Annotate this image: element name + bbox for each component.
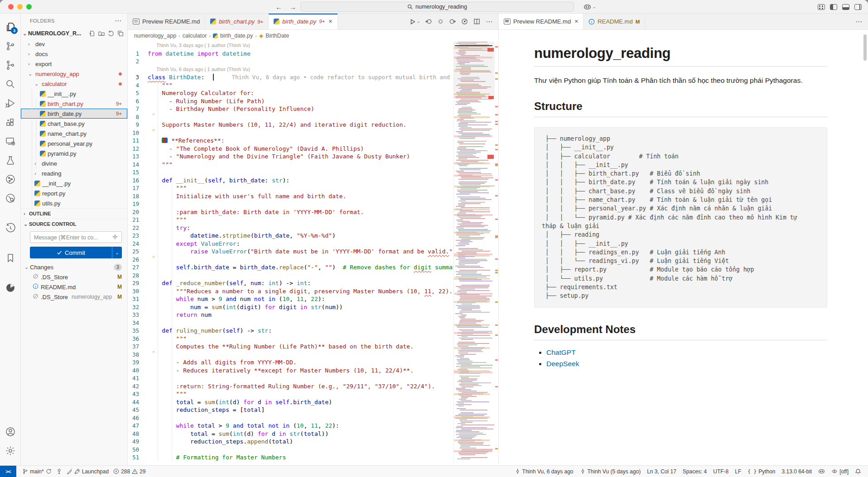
tree-item-__init__-py[interactable]: __init__.py [21,89,127,99]
commit-dropdown-button[interactable]: ⌄ [112,247,122,258]
tab-preview-readme[interactable]: Preview README.md [128,14,205,29]
encoding-status[interactable]: UTF-8 [710,466,732,477]
code-line[interactable]: 16 def __init__(self, birth_date: str): [128,176,453,185]
nav-circle-icon[interactable] [438,19,444,24]
problems-status[interactable]: 288 29 [111,466,148,477]
extensions-icon[interactable] [5,117,16,128]
gitlens-mode-status[interactable] [54,466,64,477]
copilot-menu[interactable]: ⌄ [583,2,596,12]
code-line[interactable]: 20 :param birth_date: Birth date in 'YYY… [128,208,453,216]
workspace-root[interactable]: ⌄ NUMEROLOGY_R... [21,28,127,39]
code-line[interactable]: 9 Supports Master Numbers (10, 11, 22/4)… [128,121,453,129]
run-dropdown-icon[interactable]: ⌄ [417,19,420,24]
tree-item-export[interactable]: ›export [21,59,127,69]
change-item-README-md[interactable]: README.mdM [21,282,127,292]
notifications-bell[interactable] [852,466,864,477]
change-item--DS_Store[interactable]: .DS_Storenumerology_appM [21,292,127,302]
history-back-icon[interactable]: ← [275,3,282,11]
code-line[interactable]: 12 - "The Complete Book of Numerology" (… [128,145,453,153]
code-line[interactable]: 2 [128,57,453,66]
tree-item-numerology_app[interactable]: ⌄numerology_app [21,69,127,79]
close-tab-icon[interactable]: × [328,18,332,25]
code-line[interactable]: 36 """ [128,335,453,343]
code-line[interactable]: 31 while num > 9 and num not in (10, 11,… [128,295,453,303]
history-forward-icon[interactable]: → [289,3,296,11]
code-line[interactable]: 17 """ [128,184,453,192]
scrollbar-thumb[interactable] [863,34,867,61]
code-line[interactable]: 38⌃ [128,351,453,359]
code-line[interactable]: 37 Computes the **Ruling Number (Life Pa… [128,343,453,351]
indentation-status[interactable]: Spaces: 4 [680,466,710,477]
source-control-icon[interactable] [5,41,16,52]
tree-item-report-py[interactable]: report.py [21,188,127,198]
code-line[interactable]: 41 [128,374,453,382]
chatgpt-link[interactable]: ChatGPT [546,348,576,356]
code-line[interactable]: 32 num = sum(int(digit) for digit in str… [128,303,453,311]
code-line[interactable]: 23 datetime.strptime(birth_date, "%Y-%m-… [128,232,453,240]
code-line[interactable]: 34 [128,319,453,327]
toggle-secondary-sidebar-icon[interactable] [854,4,862,10]
tree-item-docs[interactable]: ›docs [21,49,127,59]
code-line[interactable]: 8⌃ [128,113,453,121]
tree-item-reading[interactable]: ›reading [21,168,127,178]
close-window-button[interactable] [8,4,14,10]
commit-graph-button-icon[interactable] [461,18,468,25]
outline-section[interactable]: › OUTLINE [21,208,127,219]
code-line[interactable]: 13 - "Numerology and the Divine Triangle… [128,153,453,161]
code-line[interactable]: 33 return num [128,311,453,319]
markdown-preview-pane[interactable]: numerology_reading Thư viện Python giúp … [499,30,868,465]
code-line[interactable]: 22 try: [128,224,453,232]
code-line[interactable]: 45 reduction_steps = [total] [128,406,453,414]
code-line[interactable]: 10⌃ [128,129,453,137]
sparkle-icon[interactable] [112,234,118,240]
code-line[interactable]: 28 [128,272,453,280]
code-line[interactable]: 51 # Formatting for Master Numbers [128,453,453,462]
code-line[interactable]: 30 """Reduces a number to a single digit… [128,287,453,296]
branch-status[interactable]: main* [20,466,54,477]
zoom-window-button[interactable] [26,4,32,10]
breadcrumb-item[interactable]: numerology_app [134,33,176,39]
code-line[interactable]: 3class BirthDate: Thinh Vu, 6 days ago •… [128,73,453,81]
tab-birth-date[interactable]: birth_date.py 9+ × [269,14,338,29]
code-line[interactable]: 4 """ [128,81,453,90]
commit-button[interactable]: Commit ⌄ [30,247,122,258]
code-line[interactable]: 21 """ [128,216,453,224]
run-debug-icon[interactable] [5,98,16,109]
inline-blame-toggle[interactable]: [off] [828,466,852,477]
code-line[interactable]: 1from datetime import datetime [128,50,453,58]
toggle-panel-icon[interactable] [842,4,849,10]
tree-item-dev[interactable]: ›dev [21,39,127,49]
explorer-icon[interactable]: 3 [5,22,16,33]
settings-gear-icon[interactable] [5,445,16,456]
code-line[interactable]: 43 """ [128,390,453,398]
gitlens-inspect-icon[interactable] [5,193,16,204]
search-sidebar-icon[interactable] [5,79,16,90]
code-line[interactable]: 26⌃ [128,256,453,264]
change-item--DS_Store[interactable]: .DS_StoreM [21,272,127,282]
code-line[interactable]: 15 [128,168,453,176]
pie-usage-icon[interactable] [5,282,16,293]
tree-item-personal_year-py[interactable]: personal_year.py [21,138,127,148]
tree-item-name_chart-py[interactable]: name_chart.py [21,129,127,138]
minimize-window-button[interactable] [17,4,23,10]
tree-item-birth_date-py[interactable]: birth_date.py9+ [21,109,127,119]
tree-item-chart_base-py[interactable]: chart_base.py [21,119,127,129]
breadcrumb-item[interactable]: calculator [183,33,207,39]
folders-more-actions-icon[interactable]: ⋯ [115,17,122,25]
code-line[interactable]: 24 except ValueError: [128,240,453,248]
history-icon[interactable] [5,223,16,234]
tree-item-pyramid-py[interactable]: pyramid.py [21,148,127,158]
breadcrumb-item[interactable]: BirthDate [265,33,289,39]
bookmarks-icon[interactable] [5,253,16,263]
code-line[interactable]: 6 - Ruling Number (Life Path) [128,97,453,105]
code-line[interactable]: 27 self.birth_date = birth_date.replace(… [128,263,453,272]
code-line[interactable]: 14 """ [128,161,453,169]
changes-header[interactable]: ⌄ Changes 3 [21,262,127,272]
command-center-search[interactable]: numerology_reading [300,2,574,12]
code-line[interactable]: 35 def ruling_number(self) -> str: [128,327,453,335]
tree-item-calculator[interactable]: ⌄calculator [21,79,127,89]
code-line[interactable]: 25 raise ValueError("Birth date must be … [128,248,453,256]
code-line[interactable]: 44 total = sum(int(d) for d in self.birt… [128,398,453,406]
minimap[interactable] [453,42,495,465]
accounts-icon[interactable] [5,426,16,437]
